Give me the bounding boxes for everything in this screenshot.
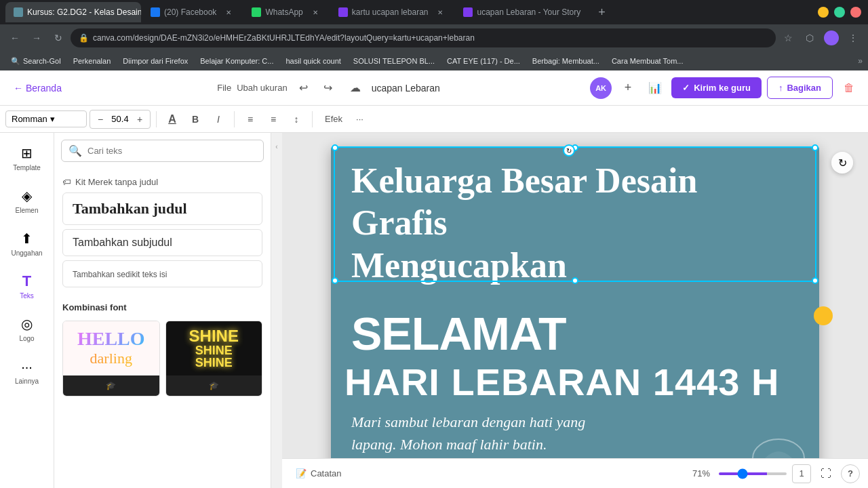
font-combo-shine[interactable]: SHINE SHINE SHINE 🎓 <box>165 321 263 396</box>
notes-button[interactable]: 📝 Catatan <box>290 466 347 481</box>
body-style-label: Tambahkan sedikit teks isi <box>73 270 167 279</box>
more-options-button[interactable]: ··· <box>352 111 368 127</box>
text-color-button[interactable]: A <box>162 109 182 129</box>
forward-button[interactable]: → <box>27 28 46 47</box>
panel-collapse-button[interactable]: ‹ <box>271 133 282 160</box>
resize-menu[interactable]: Ubah ukuran <box>237 83 287 93</box>
font-selector[interactable]: Romman ▾ <box>5 110 87 127</box>
tab-close-3[interactable]: ✕ <box>310 7 321 18</box>
teks-icon: T <box>19 273 35 289</box>
sidebar-item-template[interactable]: ⊞ Template <box>0 138 54 178</box>
undo-button[interactable]: ↩ <box>293 77 315 99</box>
lainnya-icon: ··· <box>19 359 35 375</box>
address-bar[interactable]: 🔒 canva.com/design/DAE-mZN3i2o/eHMHErZaB… <box>71 28 776 47</box>
search-input[interactable] <box>87 146 256 156</box>
minimize-icon[interactable] <box>818 7 829 18</box>
divider-1 <box>156 111 157 127</box>
subtitle-style-item[interactable]: Tambahkan subjudul <box>62 229 262 256</box>
help-button[interactable]: ? <box>841 464 860 483</box>
maximize-icon[interactable] <box>834 7 845 18</box>
bookmark-belajar[interactable]: Belajar Komputer: C... <box>195 54 279 68</box>
fullscreen-button[interactable]: ⛶ <box>816 464 835 483</box>
teks-label: Teks <box>20 292 34 300</box>
notes-label: Catatan <box>311 468 342 479</box>
delete-button[interactable]: 🗑 <box>838 77 860 99</box>
back-button[interactable]: ← <box>5 28 24 47</box>
tab-5[interactable]: ucapan Lebaran - Your Story ✕ <box>455 2 591 22</box>
canvas-refresh-button[interactable]: ↻ <box>831 152 853 174</box>
yellow-dot[interactable] <box>814 306 833 325</box>
list-button[interactable]: ≡ <box>263 109 283 129</box>
notes-icon: 📝 <box>296 468 307 479</box>
italic-button[interactable]: I <box>208 109 229 129</box>
cloud-save-button[interactable]: ☁ <box>344 77 366 99</box>
effects-button[interactable]: Efek <box>318 111 349 127</box>
canvas-text-block: Keluarga Besar Desain GrafisMengucapkan <box>331 146 819 300</box>
tab-close-4[interactable]: ✕ <box>435 7 446 18</box>
new-tab-button[interactable]: + <box>592 3 611 22</box>
template-label: Template <box>13 164 41 171</box>
bookmark-firefox[interactable]: Diimpor dari Firefox <box>117 54 193 68</box>
analytics-button[interactable]: 📊 <box>644 77 666 99</box>
redo-button[interactable]: ↪ <box>317 77 339 99</box>
tab-2[interactable]: (20) Facebook ✕ <box>142 2 242 22</box>
hello-footer: 🎓 <box>63 375 159 396</box>
zoom-slider[interactable] <box>719 472 787 475</box>
bold-button[interactable]: B <box>185 109 205 129</box>
bookmark-star-button[interactable]: ☆ <box>778 28 797 47</box>
tab-close-5[interactable]: ✕ <box>587 7 591 18</box>
decrease-size-button[interactable]: − <box>93 112 108 127</box>
hello-preview: HELLO darling <box>63 321 159 375</box>
bookmark-perkenalan[interactable]: Perkenalan <box>68 54 117 68</box>
sidebar-item-elemen[interactable]: ◈ Elemen <box>0 181 54 221</box>
send-to-teacher-button[interactable]: ✓ Kirim ke guru <box>671 77 762 98</box>
body-style-item[interactable]: Tambahkan sedikit teks isi <box>62 260 262 287</box>
app-topbar: ← Beranda File Ubah ukuran ↩ ↪ ☁ ucapan … <box>0 70 868 106</box>
canvas-selamat-text: SELAMAT <box>351 307 799 360</box>
text-search-box[interactable]: 🔍 <box>61 140 264 162</box>
bookmark-cara[interactable]: Cara Membuat Tom... <box>606 54 689 68</box>
tab-1[interactable]: Kursus: G2.DG2 - Kelas Desain ✕ <box>5 2 141 22</box>
undo-redo-group: ↩ ↪ <box>293 77 339 99</box>
close-icon[interactable] <box>850 7 861 18</box>
title-style-item[interactable]: Tambahkan judul <box>62 192 262 225</box>
bookmark-hasil[interactable]: hasil quick count <box>280 54 346 68</box>
elemen-icon: ◈ <box>19 188 35 204</box>
topbar-right: AK + 📊 ✓ Kirim ke guru ↑ Bagikan 🗑 <box>590 77 860 99</box>
format-toolbar: Romman ▾ − 50.4 + A B I ≡ ≡ ↕ Efek ··· <box>0 106 868 133</box>
canvas-title-text: Keluarga Besar Desain GrafisMengucapkan <box>351 160 799 287</box>
spacing-button[interactable]: ↕ <box>286 109 307 129</box>
align-button[interactable]: ≡ <box>240 109 260 129</box>
canvas-area: ↻ Keluarga Besar Desain GrafisMengucapka… <box>282 133 868 488</box>
refresh-button[interactable]: ↻ <box>49 28 68 47</box>
share-button[interactable]: ↑ Bagikan <box>767 77 833 99</box>
home-button[interactable]: ← Beranda <box>8 80 67 96</box>
tab-4[interactable]: kartu ucapan lebaran ✕ <box>330 2 454 22</box>
bookmarks-more[interactable]: » <box>858 56 863 66</box>
sidebar-item-teks[interactable]: T Teks <box>0 266 54 306</box>
bookmark-berbagi[interactable]: Berbagi: Membuat... <box>527 54 605 68</box>
menu-button[interactable]: ⋮ <box>844 28 863 47</box>
tab-close-2[interactable]: ✕ <box>223 7 234 18</box>
lock-icon: 🔒 <box>79 33 89 43</box>
bookmark-search-gol[interactable]: 🔍 Search-Gol <box>5 54 66 68</box>
sidebar-item-unggahan[interactable]: ⬆ Unggahan <box>0 224 54 264</box>
profile-avatar <box>824 30 839 45</box>
sidebar-item-lainnya[interactable]: ··· Lainnya <box>0 352 54 392</box>
design-canvas[interactable]: ↻ Keluarga Besar Desain GrafisMengucapka… <box>331 146 819 458</box>
bookmark-solusi[interactable]: SOLUSI TELEPON BL... <box>348 54 440 68</box>
user-avatar-button[interactable] <box>822 28 841 47</box>
nav-bar: ← → ↻ 🔒 canva.com/design/DAE-mZN3i2o/eHM… <box>0 24 868 52</box>
extensions-button[interactable]: ⬡ <box>800 28 819 47</box>
bookmark-cat[interactable]: CAT EYE (117) - De... <box>441 54 526 68</box>
canvas-sub-text: Mari sambut lebaran dengan hati yanglapa… <box>351 411 799 455</box>
tab-3[interactable]: WhatsApp ✕ <box>243 2 328 22</box>
home-label: Beranda <box>26 83 62 94</box>
sidebar-item-logo[interactable]: ◎ Logo <box>0 309 54 349</box>
file-menu[interactable]: File <box>217 83 231 93</box>
increase-size-button[interactable]: + <box>132 112 147 127</box>
canvas-wrapper: ↻ Keluarga Besar Desain GrafisMengucapka… <box>331 146 819 458</box>
add-collaborator-button[interactable]: + <box>617 77 639 99</box>
cap-icon-2: 🎓 <box>209 381 219 390</box>
font-combo-hello[interactable]: HELLO darling 🎓 <box>62 321 160 396</box>
